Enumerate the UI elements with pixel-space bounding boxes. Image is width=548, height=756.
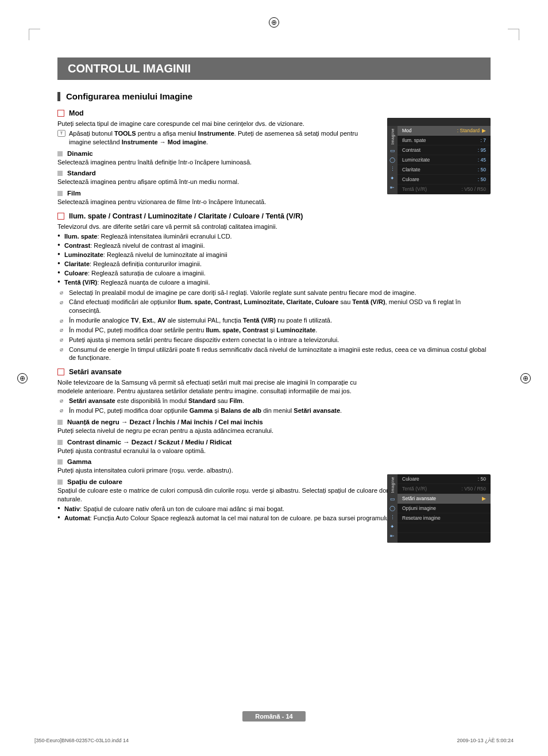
item-ilum: Ilum. spate / Contrast / Luminozitate / … [57, 212, 491, 220]
note-icon [57, 289, 65, 296]
note-icon [57, 397, 65, 404]
osd-row-culoare[interactable]: Culoare: 50 [398, 474, 491, 484]
osd-row-contrast[interactable]: Contrast: 95 [398, 145, 491, 155]
square-bullet-icon [57, 191, 63, 196]
print-file: [350-Eeuro]BN68-02357C-03L10.indd 14 [34, 738, 129, 743]
osd-setup-icon: ✦ [389, 175, 395, 181]
nuanta-desc: Puteți selecta nivelul de negru pe ecran… [57, 427, 491, 435]
ilum-note-5: Puteți ajusta și memora setări pentru fi… [57, 336, 491, 344]
note-icon [57, 346, 65, 353]
osd-picture-icon: ▭ [389, 496, 395, 502]
item-film: Film [57, 190, 379, 197]
osd-row-empty [398, 523, 491, 533]
osd-row-tenta: Tentă (V/R): V50 / R50 [398, 484, 491, 494]
osd-input-icon: ⇤ [389, 185, 395, 190]
item-dinamic: Dinamic [57, 150, 379, 157]
section-header-config: Configurarea meniului Imagine [57, 91, 491, 101]
osd-row-claritate[interactable]: Claritate: 50 [398, 165, 491, 175]
ilum-bullets: Ilum. spate: Reglează intensitatea ilumi… [57, 232, 491, 287]
square-bullet-icon [57, 479, 63, 485]
gamma-desc: Puteți ajusta intensitatea culorii prima… [57, 466, 491, 475]
tools-icon [57, 130, 65, 137]
item-gamma: Gamma [57, 458, 491, 465]
contrastd-desc: Puteți ajusta contrastul ecranului la o … [57, 447, 491, 455]
osd-channel-icon: ⋮ [389, 166, 395, 172]
dinamic-desc: Selectează imaginea pentru înaltă defini… [57, 158, 379, 167]
note-icon [57, 407, 65, 414]
item-mod-label: Mod [69, 109, 84, 117]
osd-tab-label: Imagine [391, 477, 395, 493]
mod-desc: Puteți selecta tipul de imagine care cor… [57, 120, 379, 128]
osd-row-optiuni[interactable]: Opțiuni imagine [398, 504, 491, 513]
osd-menu-imagine: Imagine ▭ ◯ ⋮ ✦ ⇤ Mod: Standard▶ Ilum. s… [387, 118, 491, 194]
osd-row-setari-avansate[interactable]: Setări avansate▶ [398, 494, 491, 504]
note-icon [57, 327, 65, 333]
ilum-note-2: Când efectuați modificări ale opțiunilor… [57, 298, 491, 315]
osd-channel-icon: ⋮ [389, 515, 395, 520]
item-standard: Standard [57, 170, 379, 176]
osd-setup-icon: ✦ [389, 524, 395, 529]
osd-menu-setari: Imagine ▭ ◯ ⋮ ✦ ⇤ Culoare: 50 Tentă (V/R… [387, 474, 491, 543]
checkbox-icon [57, 369, 64, 375]
ilum-intro: Televizorul dvs. are diferite setări car… [57, 222, 491, 231]
ilum-note-6: Consumul de energie în timpul utilizării… [57, 346, 491, 363]
film-desc: Selectează imaginea pentru vizionarea de… [57, 198, 379, 206]
square-bullet-icon [57, 420, 63, 425]
checkbox-icon [57, 213, 64, 220]
setari-note-2: În modul PC, puteți modifica doar opțiun… [57, 406, 379, 415]
osd-row-empty [398, 533, 491, 543]
ilum-note-1: Selectați în prealabil modul de imagine … [57, 289, 491, 297]
osd-row-ilum[interactable]: Ilum. spate: 7 [398, 136, 491, 145]
osd-row-luminozitate[interactable]: Luminozitate: 45 [398, 155, 491, 165]
note-icon [57, 298, 65, 305]
print-metadata: [350-Eeuro]BN68-02357C-03L10.indd 14 200… [34, 738, 514, 743]
square-bullet-icon [57, 151, 63, 156]
print-timestamp: 2009-10-13 ¿ÀÈ 5:00:24 [457, 738, 514, 743]
osd-tab-label: Imagine [391, 128, 395, 144]
osd-row-mod[interactable]: Mod: Standard▶ [398, 126, 491, 136]
square-bullet-icon [57, 440, 63, 445]
osd-sound-icon: ◯ [389, 157, 395, 163]
osd-arrow-right-icon: ▶ [482, 128, 486, 133]
osd-row-culoare[interactable]: Culoare: 50 [398, 175, 491, 185]
page-number: Română - 14 [242, 711, 305, 722]
ilum-note-4: În modul PC, puteți modifica doar setări… [57, 326, 491, 335]
item-contrast-dinamic: Contrast dinamic → Dezact / Scăzut / Med… [57, 439, 491, 446]
osd-input-icon: ⇤ [389, 533, 395, 539]
chapter-title: CONTROLUL IMAGINII [57, 57, 491, 80]
osd-arrow-right-icon: ▶ [482, 496, 486, 501]
osd-row-resetare[interactable]: Resetare imagine [398, 513, 491, 523]
item-nuanta: Nuanță de negru → Dezact / Închis / Mai … [57, 419, 491, 425]
setari-intro: Noile televizoare de la Samsung vă permi… [57, 378, 379, 396]
standard-desc: Selectează imaginea pentru afișare optim… [57, 178, 379, 186]
item-setari: Setări avansate [57, 368, 379, 376]
item-mod: Mod [57, 109, 379, 117]
setari-note-1: Setări avansate este disponibilă în modu… [57, 397, 379, 405]
note-icon [57, 336, 65, 343]
mod-tools-note: Apăsați butonul TOOLS pentru a afișa men… [57, 129, 379, 147]
osd-picture-icon: ▭ [389, 148, 395, 153]
checkbox-icon [57, 110, 64, 117]
osd-sound-icon: ◯ [389, 505, 395, 511]
ilum-note-3: În modurile analogice TV, Ext., AV ale s… [57, 316, 491, 325]
square-bullet-icon [57, 459, 63, 465]
square-bullet-icon [57, 171, 63, 176]
page-footer: Română - 14 [0, 711, 548, 722]
section-title: Configurarea meniului Imagine [66, 91, 192, 101]
note-icon [57, 317, 65, 324]
osd-row-tenta: Tentă (V/R): V50 / R50 [398, 185, 491, 194]
